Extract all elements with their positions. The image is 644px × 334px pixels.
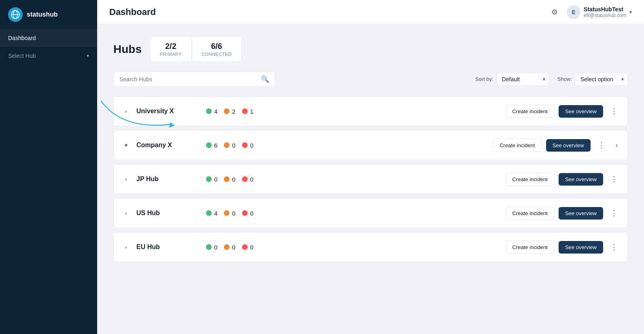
search-container: 🔍 [113,72,275,87]
create-incident-button[interactable]: Create incident [506,105,555,118]
green-count: 0 [214,176,217,183]
red-metric: 0 [242,142,253,149]
create-incident-button[interactable]: Create incident [506,173,555,186]
green-count: 6 [214,142,217,149]
orange-count: 0 [232,142,235,149]
header: Dashboard ⚙ E StatusHubTest elli@statush… [97,0,644,24]
logo-text: statushub [27,11,57,18]
red-metric: 0 [242,210,253,217]
sort-select[interactable]: Default Name Status [497,73,549,86]
see-overview-button[interactable]: See overview [559,207,603,220]
green-metric: 0 [206,244,217,251]
orange-metric: 0 [224,142,235,149]
primary-stat: 2/2 PRIMARY [150,37,192,61]
create-incident-button[interactable]: Create incident [506,241,555,254]
red-count: 0 [250,244,253,251]
hub-metrics: 4 2 1 [206,108,501,115]
more-options-button[interactable]: ⋮ [607,241,621,253]
see-overview-button[interactable]: See overview [559,173,603,186]
hub-name: EU Hub [136,243,201,251]
green-metric: 6 [206,142,217,149]
avatar: E [567,5,580,19]
red-dot [242,210,248,216]
hubs-title: Hubs [113,43,142,56]
red-dot [242,142,248,148]
user-menu[interactable]: E StatusHubTest elli@statushub.com ▾ [567,5,632,19]
red-dot [242,244,248,250]
hub-name: US Hub [136,209,201,217]
user-email: elli@statushub.com [584,13,626,18]
primary-stat-label: PRIMARY [160,52,182,57]
hub-expand-button[interactable]: ▾ [120,140,132,151]
hub-row-wrapper-eu-hub: › EU Hub 0 0 0 Create incident See overv [113,232,628,262]
user-info: StatusHubTest elli@statushub.com [584,6,626,18]
red-dot [242,176,248,182]
more-options-button[interactable]: ⋮ [607,173,621,185]
green-metric: 4 [206,210,217,217]
green-dot [206,176,212,182]
chevron-down-icon: ▾ [87,53,89,59]
user-name: StatusHubTest [584,6,626,13]
hub-row: › EU Hub 0 0 0 Create incident See overv [114,233,627,262]
see-overview-button[interactable]: See overview [559,241,603,254]
orange-dot [224,244,230,250]
orange-metric: 0 [224,210,235,217]
hub-actions: Create incident See overview ⋮ [506,207,621,220]
hubs-stats: 2/2 PRIMARY 6/6 CONNECTED [150,36,242,62]
hub-row: › JP Hub 0 0 0 Create incident See overv [114,165,627,194]
green-dot [206,210,212,216]
hub-row: › US Hub 4 0 0 Create incident See overv [114,199,627,228]
orange-dot [224,108,230,114]
navigate-right-button[interactable]: › [612,140,621,150]
red-metric: 1 [242,108,253,115]
green-count: 4 [214,108,217,115]
hub-row-wrapper-us-hub: › US Hub 4 0 0 Create incident See overv [113,198,628,228]
green-metric: 0 [206,176,217,183]
green-dot [206,142,212,148]
hub-row-wrapper-company-x: ▾ Company X 6 0 0 Create incident See ov [113,130,628,160]
see-overview-button[interactable]: See overview [546,139,591,152]
hub-expand-button[interactable]: › [120,207,132,219]
hub-metrics: 6 0 0 [206,142,488,149]
show-label: Show: [557,76,572,82]
sidebar-item-select-hub[interactable]: Select Hub ▾ [0,47,97,65]
orange-metric: 2 [224,108,235,115]
hub-name: Company X [136,142,201,149]
sidebar-item-dashboard[interactable]: Dashboard [0,29,97,47]
green-dot [206,244,212,250]
hub-actions: Create incident See overview ⋮ [506,173,621,186]
hub-row-wrapper-university-x: › University X 4 2 1 Create incident See [113,96,628,126]
hub-metrics: 4 0 0 [206,210,501,217]
primary-stat-value: 2/2 [160,42,182,51]
hub-expand-button[interactable]: › [120,241,132,253]
green-metric: 4 [206,108,217,115]
sort-show-group: Sort by: Default Name Status Show: Selec… [475,73,628,86]
content-area: Hubs 2/2 PRIMARY 6/6 CONNECTED 🔍 Sor [97,24,644,334]
orange-count: 0 [232,210,235,217]
create-incident-button[interactable]: Create incident [506,207,555,220]
hubs-header: Hubs 2/2 PRIMARY 6/6 CONNECTED [113,36,628,62]
search-input[interactable] [119,76,258,82]
more-options-button[interactable]: ⋮ [595,139,608,151]
show-select-wrapper: Select option All Active Inactive [575,73,628,86]
more-options-button[interactable]: ⋮ [607,207,621,219]
main-area: Dashboard ⚙ E StatusHubTest elli@statush… [97,0,644,334]
hub-expand-button[interactable]: › [120,106,132,117]
header-right: ⚙ E StatusHubTest elli@statushub.com ▾ [549,5,632,19]
hub-row: ▾ Company X 6 0 0 Create incident See ov [114,131,627,160]
show-select[interactable]: Select option All Active Inactive [575,73,628,86]
settings-button[interactable]: ⚙ [549,5,560,19]
hub-expand-button[interactable]: › [120,173,132,185]
create-incident-button[interactable]: Create incident [493,139,542,152]
see-overview-button[interactable]: See overview [559,105,603,118]
green-count: 0 [214,244,217,251]
connected-stat-value: 6/6 [202,42,232,51]
sidebar: statushub Dashboard Select Hub ▾ [0,0,97,334]
sort-label: Sort by: [475,76,493,82]
orange-dot [224,142,230,148]
hub-name: JP Hub [136,175,201,183]
red-count: 0 [250,176,253,183]
more-options-button[interactable]: ⋮ [607,105,621,117]
hub-actions: Create incident See overview ⋮ [506,241,621,254]
red-count: 0 [250,142,253,149]
